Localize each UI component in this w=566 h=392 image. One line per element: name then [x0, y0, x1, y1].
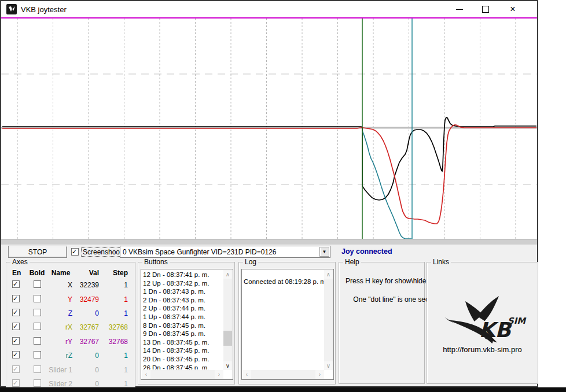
- minimize-button[interactable]: [448, 1, 471, 17]
- app-window: VKB joytester × STOP Screenshoot 0 VKBsi…: [0, 0, 538, 387]
- button-event-item[interactable]: 1 Up - 08:37:44 p. m.: [143, 313, 223, 321]
- button-event-item[interactable]: 20 Dn - 08:37:45 p. m.: [143, 355, 223, 364]
- en-checkbox[interactable]: [12, 309, 20, 316]
- screen-bottom-strip: [0, 387, 566, 392]
- axis-value: 32239: [73, 281, 101, 289]
- button-event-item[interactable]: 1 Dn - 08:37:43 p. m.: [143, 287, 223, 296]
- axis-name: Z: [48, 309, 73, 317]
- app-icon: [6, 4, 17, 14]
- maximize-button[interactable]: [474, 1, 497, 17]
- axis-value: 0: [73, 309, 101, 317]
- axes-row-rz: rZ01: [6, 349, 135, 363]
- close-button[interactable]: ×: [501, 1, 524, 17]
- button-event-item[interactable]: 26 Dn - 08:37:45 p. m.: [143, 364, 223, 369]
- buttons-panel-title: Buttons: [142, 258, 170, 266]
- close-icon: ×: [510, 5, 515, 14]
- button-event-item[interactable]: 2 Up - 08:37:44 p. m.: [143, 304, 223, 313]
- buttons-listbox[interactable]: 12 Dn - 08:37:41 p. m.12 Up - 08:37:42 p…: [141, 269, 233, 380]
- button-event-item[interactable]: 12 Dn - 08:37:41 p. m.: [143, 271, 223, 279]
- window-title: VKB joytester: [21, 5, 67, 14]
- axis-name: rX: [48, 323, 73, 331]
- log-vertical-scrollbar[interactable]: ∧ ∨: [324, 270, 333, 370]
- logo-sim-text: SIM: [508, 316, 527, 326]
- stop-button[interactable]: STOP: [8, 246, 67, 258]
- axis-name: rZ: [48, 352, 73, 360]
- button-event-item[interactable]: 14 Dn - 08:37:45 p. m.: [143, 346, 223, 355]
- axis-step: 32768: [101, 323, 133, 331]
- log-horizontal-scrollbar[interactable]: ‹ ›: [242, 370, 324, 379]
- axis-value: 0: [73, 380, 101, 388]
- toolbar: STOP Screenshoot 0 VKBsim Space Gunfight…: [1, 245, 537, 261]
- axis-step: 1: [101, 366, 133, 374]
- scroll-left-icon[interactable]: ‹: [242, 370, 251, 379]
- scroll-up-icon[interactable]: ∧: [324, 270, 333, 279]
- scroll-down-icon[interactable]: ∨: [223, 361, 232, 370]
- button-event-item[interactable]: 9 Dn - 08:37:45 p. m.: [143, 330, 223, 338]
- scroll-down-icon[interactable]: ∨: [324, 361, 333, 370]
- axis-step: 1: [101, 295, 133, 304]
- axis-name: Y: [48, 295, 73, 304]
- axes-header-name: Name: [48, 269, 73, 277]
- bold-checkbox[interactable]: [34, 337, 41, 345]
- button-event-item[interactable]: 12 Up - 08:37:42 p. m.: [143, 279, 223, 288]
- buttons-vertical-scrollbar[interactable]: ∧ ∨: [223, 270, 232, 370]
- device-select[interactable]: 0 VKBsim Space Gunfighter VID=231D PID=0…: [120, 246, 330, 258]
- bold-checkbox[interactable]: [34, 323, 41, 330]
- axis-name: rY: [48, 338, 73, 346]
- button-event-item[interactable]: 13 Dn - 08:37:45 p. m.: [143, 338, 223, 347]
- screenshot-checkbox[interactable]: [71, 248, 79, 256]
- axes-header-bold: Bold: [26, 269, 48, 277]
- log-entry[interactable]: Connected at 08:19:28 p. m.: [244, 278, 324, 286]
- button-event-item[interactable]: 8 Dn - 08:37:45 p. m.: [143, 321, 223, 330]
- axes-row-slider1: Slider 101: [6, 363, 135, 376]
- help-line-1: Press H key for show\hide: [346, 277, 426, 285]
- scroll-right-icon[interactable]: ›: [215, 370, 223, 379]
- status-badge: Joy connected: [341, 247, 392, 256]
- bold-checkbox[interactable]: [34, 365, 41, 373]
- en-checkbox[interactable]: [12, 379, 20, 387]
- bold-checkbox[interactable]: [34, 295, 41, 302]
- button-event-item[interactable]: 2 Dn - 08:37:43 p. m.: [143, 296, 223, 305]
- maximize-icon: [482, 6, 489, 13]
- en-checkbox[interactable]: [12, 280, 20, 288]
- chart-trace-X: [2, 117, 536, 200]
- en-checkbox[interactable]: [12, 337, 20, 345]
- bold-checkbox[interactable]: [34, 280, 41, 288]
- axes-panel: Axes En Bold Name Val Step X322391Y32479…: [6, 262, 135, 387]
- bold-checkbox[interactable]: [34, 309, 41, 316]
- axis-name: Slider 2: [48, 380, 73, 388]
- axes-row-y: Y324791: [6, 292, 135, 306]
- axis-step: 1: [101, 352, 133, 360]
- axes-header-step: Step: [101, 269, 133, 277]
- help-panel-title: Help: [343, 258, 361, 266]
- scroll-left-icon[interactable]: ‹: [142, 370, 150, 379]
- axis-name: X: [48, 281, 73, 289]
- log-listbox[interactable]: Connected at 08:19:28 p. m. ∧ ∨ ‹ ›: [241, 269, 334, 380]
- axis-step: 32768: [101, 338, 133, 346]
- screenshot-label[interactable]: Screenshoot: [81, 247, 123, 257]
- axis-name: Slider 1: [48, 366, 73, 374]
- axes-row-ry: rY3276732768: [6, 335, 135, 349]
- scroll-right-icon[interactable]: ›: [315, 370, 324, 379]
- en-checkbox[interactable]: [12, 323, 20, 330]
- bold-checkbox[interactable]: [34, 379, 41, 387]
- scroll-up-icon[interactable]: ∧: [223, 270, 232, 279]
- buttons-horizontal-scrollbar[interactable]: ‹ ›: [142, 370, 223, 379]
- en-checkbox[interactable]: [12, 351, 20, 358]
- links-panel: Links KB SIM http://forum.vkb-sim.pro: [427, 262, 538, 384]
- titlebar: VKB joytester ×: [1, 1, 537, 17]
- axes-header-val: Val: [73, 269, 101, 277]
- bold-checkbox[interactable]: [34, 351, 41, 358]
- forum-link[interactable]: http://forum.vkb-sim.pro: [427, 345, 538, 354]
- chart-separator: [1, 239, 537, 245]
- en-checkbox[interactable]: [12, 365, 20, 373]
- log-panel-title: Log: [243, 258, 258, 266]
- chart-trace-Y: [2, 125, 536, 224]
- axis-value: 0: [73, 366, 101, 374]
- links-panel-title: Links: [431, 258, 451, 266]
- axis-value: 32479: [73, 295, 101, 304]
- en-checkbox[interactable]: [12, 295, 20, 302]
- chevron-down-icon[interactable]: ▼: [319, 247, 329, 257]
- axes-row-z: Z01: [6, 306, 135, 320]
- scrollbar-thumb[interactable]: [223, 331, 232, 346]
